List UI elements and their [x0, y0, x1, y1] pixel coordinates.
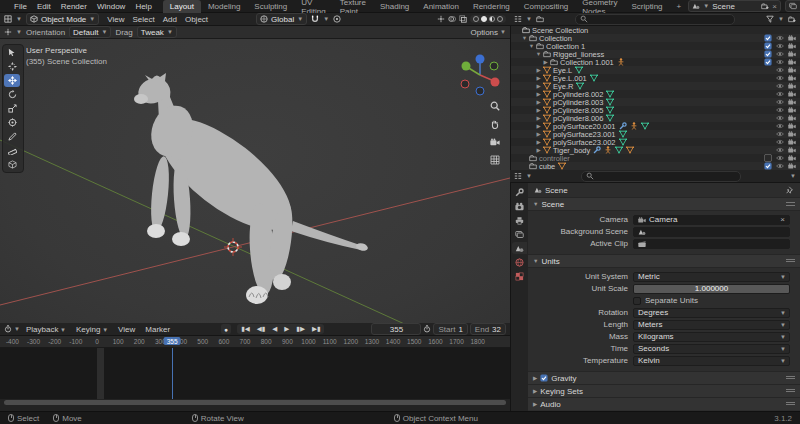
- eye-icon[interactable]: [776, 42, 784, 50]
- menu-render[interactable]: Render: [56, 2, 92, 11]
- tool-select-box[interactable]: [4, 46, 20, 59]
- eye-icon[interactable]: [776, 58, 784, 66]
- expand-closed-icon[interactable]: ▶: [542, 59, 549, 65]
- viewport-zoom-icon[interactable]: [490, 101, 500, 111]
- scene-panel-header[interactable]: ▼ Scene: [528, 197, 800, 211]
- outliner-row-cube[interactable]: cube: [511, 162, 800, 170]
- eye-icon[interactable]: [776, 34, 784, 42]
- expand-closed-icon[interactable]: ▶: [535, 115, 542, 121]
- camera-icon[interactable]: [788, 130, 796, 138]
- eye-icon[interactable]: [776, 138, 784, 146]
- expand-open-icon[interactable]: ▼: [528, 43, 535, 49]
- checkbox-icon[interactable]: [764, 42, 772, 50]
- snap-magnet-icon[interactable]: [311, 15, 319, 23]
- play-button[interactable]: ▶: [281, 324, 292, 334]
- timeline-menu-keying[interactable]: Keying ▼: [72, 325, 112, 334]
- eye-icon[interactable]: [776, 66, 784, 74]
- expand-closed-icon[interactable]: ▶: [535, 75, 542, 81]
- orientation-dropdown[interactable]: Global ▼: [256, 13, 307, 25]
- camera-icon[interactable]: [788, 82, 796, 90]
- shading-rendered-icon[interactable]: [497, 16, 503, 22]
- unit-scale-slider[interactable]: 1.000000: [633, 284, 790, 294]
- camera-icon[interactable]: [788, 58, 796, 66]
- camera-icon[interactable]: [788, 50, 796, 58]
- tool-move[interactable]: [4, 74, 20, 87]
- tool-scale[interactable]: [4, 102, 20, 115]
- checkbox-empty-icon[interactable]: [633, 297, 641, 305]
- camera-icon[interactable]: [788, 114, 796, 122]
- camera-icon[interactable]: [788, 154, 796, 162]
- viewport-camera-view-icon[interactable]: [490, 137, 500, 147]
- workspace-tab-texture-paint[interactable]: Texture Paint: [333, 0, 373, 13]
- panel-grip-icon[interactable]: [786, 259, 795, 264]
- eye-icon[interactable]: [776, 90, 784, 98]
- eye-icon[interactable]: [776, 162, 784, 170]
- checkbox-icon[interactable]: [764, 34, 772, 42]
- camera-icon[interactable]: [788, 146, 796, 154]
- eye-icon[interactable]: [776, 82, 784, 90]
- expand-closed-icon[interactable]: ▶: [535, 139, 542, 145]
- options-label[interactable]: Options: [470, 28, 498, 37]
- stopwatch-icon[interactable]: [423, 325, 431, 333]
- panel-keying-sets[interactable]: ▶Keying Sets: [528, 384, 800, 397]
- expand-closed-icon[interactable]: ▶: [535, 147, 542, 153]
- record-button[interactable]: ●: [221, 324, 231, 334]
- menu-window[interactable]: Window: [92, 2, 130, 11]
- camera-icon[interactable]: [788, 90, 796, 98]
- separate-units-checkbox[interactable]: Separate Units: [633, 296, 790, 305]
- unit-system-dropdown[interactable]: Metric▼: [633, 272, 790, 282]
- timeline-menu-view[interactable]: View: [114, 325, 139, 334]
- orientation-default-dropdown[interactable]: Default ▼: [69, 26, 111, 38]
- outliner-editor-icon[interactable]: [514, 15, 522, 23]
- menu-help[interactable]: Help: [130, 2, 156, 11]
- workspace-tab-geometry-nodes[interactable]: Geometry Nodes: [575, 0, 624, 13]
- camera-icon[interactable]: [788, 98, 796, 106]
- xray-icon[interactable]: [459, 15, 467, 23]
- workspace-tab-uv-editing[interactable]: UV Editing: [294, 0, 332, 13]
- play-reverse-button[interactable]: ◀: [269, 324, 280, 334]
- viewport-pan-hand-icon[interactable]: [490, 119, 500, 129]
- properties-tab-texture[interactable]: [512, 270, 527, 282]
- next-keyframe-button[interactable]: ▮▶: [293, 324, 308, 334]
- frame-end-field[interactable]: End 32: [470, 323, 506, 335]
- camera-icon[interactable]: [788, 42, 796, 50]
- expand-closed-icon[interactable]: ▶: [535, 107, 542, 113]
- eye-icon[interactable]: [776, 122, 784, 130]
- eye-icon[interactable]: [776, 146, 784, 154]
- units-panel-header[interactable]: ▼ Units: [528, 254, 800, 268]
- shading-solid-icon[interactable]: [481, 16, 487, 22]
- properties-tab-scene[interactable]: [512, 242, 527, 254]
- workspace-tab-shading[interactable]: Shading: [373, 0, 416, 13]
- jump-start-button[interactable]: ▮◀: [238, 324, 253, 334]
- expand-closed-icon[interactable]: ▶: [535, 67, 542, 73]
- rotation-dropdown[interactable]: Degrees▼: [633, 308, 790, 318]
- properties-tab-tool[interactable]: [512, 186, 527, 198]
- outliner-search[interactable]: [575, 14, 735, 25]
- new-scene-icon[interactable]: [761, 2, 769, 10]
- show-gizmo-icon[interactable]: [437, 15, 445, 23]
- viewport-menu-object[interactable]: Object: [181, 15, 212, 24]
- workspace-tab-[interactable]: +: [670, 0, 689, 13]
- viewport-toggle-ortho-icon[interactable]: [490, 155, 500, 165]
- tool-rotate[interactable]: [4, 88, 20, 101]
- viewport-3d[interactable]: User Perspective (355) Scene Collection: [0, 39, 510, 323]
- panel-grip-icon[interactable]: [786, 402, 795, 407]
- timeline-ruler[interactable]: -400-300-200-100010020030040050060070080…: [0, 336, 510, 348]
- new-collection-icon[interactable]: [788, 15, 796, 23]
- expand-closed-icon[interactable]: ▶: [535, 83, 542, 89]
- camera-field[interactable]: Camera ×: [633, 215, 790, 225]
- drag-dropdown[interactable]: Tweak ▼: [137, 26, 177, 38]
- menu-edit[interactable]: Edit: [32, 2, 56, 11]
- length-dropdown[interactable]: Meters▼: [633, 320, 790, 330]
- active-clip-field[interactable]: [633, 239, 790, 249]
- panel-gravity[interactable]: ▶Gravity: [528, 371, 800, 384]
- tool-cursor[interactable]: [4, 60, 20, 73]
- workspace-tab-compositing[interactable]: Compositing: [517, 0, 575, 13]
- editor-type-icon[interactable]: [4, 15, 12, 23]
- tool-measure[interactable]: [4, 144, 20, 157]
- checkbox-icon[interactable]: [764, 162, 772, 170]
- active-tool-icon[interactable]: [4, 28, 12, 36]
- display-mode-icon[interactable]: [536, 15, 544, 23]
- expand-open-icon[interactable]: ▼: [521, 35, 528, 41]
- viewlayer-selector[interactable]: ▼ ViewLayer: [785, 0, 800, 12]
